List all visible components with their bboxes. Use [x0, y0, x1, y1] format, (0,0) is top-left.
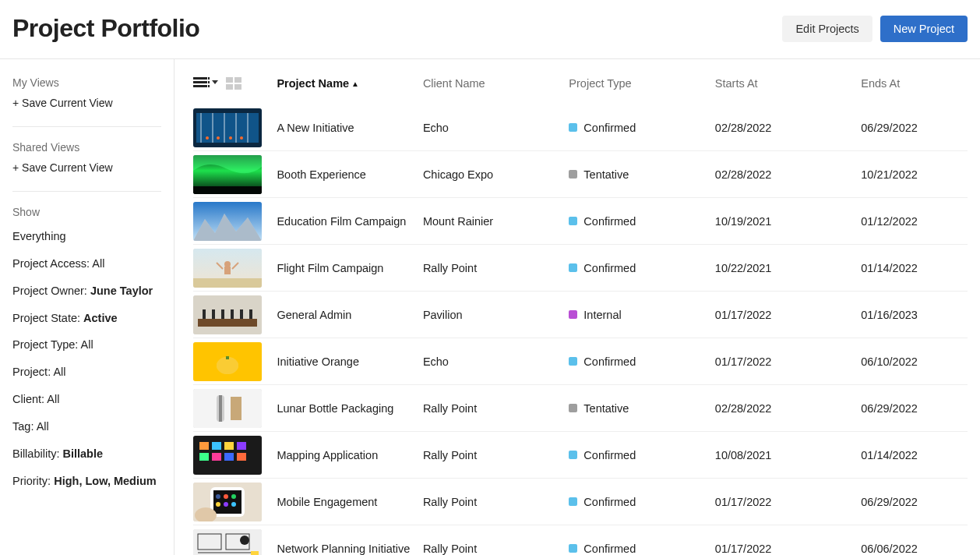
svg-rect-47 [199, 442, 209, 450]
starts-at-cell: 01/17/2022 [715, 355, 861, 368]
project-thumbnail [193, 436, 262, 475]
status-badge [569, 357, 577, 366]
project-thumbnail [193, 389, 262, 428]
col-header-name[interactable]: Project Name▲ [277, 77, 422, 90]
list-lines-icon [193, 76, 210, 90]
status-badge [569, 123, 577, 132]
svg-rect-9 [234, 84, 241, 90]
table-row[interactable]: Mapping ApplicationRally PointConfirmed1… [193, 432, 968, 479]
svg-rect-51 [199, 453, 209, 461]
col-header-end[interactable]: Ends At [861, 77, 968, 90]
grid-icon [226, 76, 243, 90]
save-current-view-link[interactable]: + Save Current View [12, 94, 161, 112]
sort-asc-icon: ▲ [351, 80, 359, 88]
status-badge [569, 170, 577, 179]
ends-at-cell: 06/10/2022 [861, 355, 968, 368]
my-views-heading: My Views [12, 76, 161, 89]
starts-at-cell: 02/28/2022 [715, 122, 861, 134]
new-project-button[interactable]: New Project [880, 16, 968, 42]
filter-billability[interactable]: Billability: Billable [12, 440, 161, 468]
client-name-cell: Rally Point [423, 402, 569, 415]
project-name-cell: Initiative Orange [277, 355, 422, 368]
table-body: A New InitiativeEchoConfirmed02/28/20220… [193, 104, 968, 555]
project-name-cell: A New Initiative [277, 122, 422, 134]
svg-rect-45 [231, 397, 241, 420]
header-buttons: Edit Projects New Project [782, 16, 968, 42]
svg-point-60 [231, 494, 236, 499]
svg-rect-71 [251, 551, 259, 556]
edit-projects-button[interactable]: Edit Projects [782, 16, 872, 42]
client-name-cell: Echo [423, 355, 569, 368]
project-type-cell: Confirmed [569, 215, 714, 228]
filter-project-owner[interactable]: Project Owner: June Taylor [12, 278, 161, 305]
svg-point-61 [216, 502, 220, 507]
filter-project-state[interactable]: Project State: Active [12, 305, 161, 332]
filter-everything[interactable]: Everything [12, 223, 161, 250]
filter-priority[interactable]: Priority: High, Low, Medium [12, 468, 161, 495]
svg-point-59 [224, 494, 228, 499]
table-row[interactable]: Mobile EngagementRally PointConfirmed01/… [193, 479, 968, 525]
project-thumbnail [193, 342, 262, 381]
svg-rect-54 [237, 453, 246, 461]
table-row[interactable]: Flight Film CampaignRally PointConfirmed… [193, 245, 968, 292]
table-row[interactable]: Lunar Bottle PackagingRally PointTentati… [193, 385, 968, 432]
project-thumbnail [193, 155, 262, 194]
starts-at-cell: 10/19/2021 [715, 215, 861, 228]
filter-tag[interactable]: Tag: All [12, 413, 161, 440]
svg-rect-49 [224, 442, 234, 450]
status-badge [569, 310, 577, 319]
svg-rect-3 [208, 77, 210, 80]
ends-at-cell: 06/06/2022 [861, 543, 968, 555]
svg-rect-33 [212, 309, 215, 319]
filter-client[interactable]: Client: All [12, 386, 161, 413]
table-row[interactable]: Initiative OrangeEchoConfirmed01/17/2022… [193, 338, 968, 385]
svg-rect-32 [203, 309, 206, 319]
client-name-cell: Rally Point [423, 543, 569, 555]
project-type-cell: Tentative [569, 168, 714, 181]
svg-point-40 [217, 357, 238, 374]
grid-view-button[interactable] [226, 76, 243, 90]
svg-rect-48 [212, 442, 221, 450]
svg-rect-52 [212, 453, 221, 461]
svg-rect-7 [234, 77, 241, 83]
svg-point-19 [229, 136, 232, 140]
col-header-client[interactable]: Client Name [423, 77, 569, 90]
list-view-button[interactable] [193, 76, 218, 90]
project-type-cell: Confirmed [569, 355, 714, 368]
project-thumbnail [193, 529, 262, 556]
svg-point-62 [224, 502, 228, 507]
page-header: Project Portfolio Edit Projects New Proj… [0, 0, 980, 59]
svg-rect-53 [224, 453, 234, 461]
filter-project[interactable]: Project: All [12, 359, 161, 386]
project-type-cell: Confirmed [569, 122, 714, 134]
table-row[interactable]: Booth ExperienceChicago ExpoTentative02/… [193, 151, 968, 198]
table-row[interactable]: Education Film CampaignMount RainierConf… [193, 198, 968, 245]
svg-rect-34 [221, 309, 224, 319]
table-row[interactable]: Network Planning InitiativeRally PointCo… [193, 525, 968, 555]
svg-rect-5 [208, 85, 210, 87]
client-name-cell: Pavilion [423, 309, 569, 321]
svg-point-20 [240, 136, 243, 140]
table-row[interactable]: General AdminPavilionInternal01/17/20220… [193, 292, 968, 338]
page-title: Project Portfolio [12, 14, 199, 43]
ends-at-cell: 10/21/2022 [861, 168, 968, 181]
save-current-view-shared-link[interactable]: + Save Current View [12, 158, 161, 177]
col-header-start[interactable]: Starts At [715, 77, 861, 90]
project-type-cell: Confirmed [569, 262, 714, 274]
svg-point-18 [217, 136, 220, 140]
project-name-cell: Mobile Engagement [277, 496, 422, 508]
svg-point-63 [231, 502, 236, 507]
filter-project-access[interactable]: Project Access: All [12, 250, 161, 278]
svg-point-70 [240, 536, 249, 545]
svg-rect-42 [193, 389, 262, 428]
project-thumbnail [193, 202, 262, 241]
filter-project-type[interactable]: Project Type: All [12, 331, 161, 359]
svg-rect-25 [193, 278, 262, 288]
client-name-cell: Mount Rainier [423, 215, 569, 228]
ends-at-cell: 06/29/2022 [861, 122, 968, 134]
client-name-cell: Rally Point [423, 496, 569, 508]
project-name-cell: Lunar Bottle Packaging [277, 402, 422, 415]
col-header-type[interactable]: Project Type [569, 77, 714, 90]
status-badge [569, 263, 577, 272]
table-row[interactable]: A New InitiativeEchoConfirmed02/28/20220… [193, 104, 968, 151]
